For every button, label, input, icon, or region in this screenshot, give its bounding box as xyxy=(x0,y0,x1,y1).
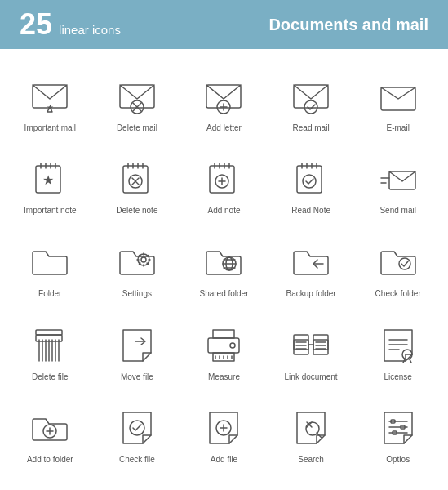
svg-point-46 xyxy=(141,257,146,262)
backup-folder-icon xyxy=(289,240,333,284)
icon-read-mail: Read mail xyxy=(268,62,355,145)
send-mail-icon xyxy=(376,157,420,201)
email-icon xyxy=(376,74,420,118)
delete-mail-label: Delete mail xyxy=(117,123,157,133)
shared-folder-icon xyxy=(202,240,246,284)
check-file-label: Check file xyxy=(119,455,155,465)
backup-folder-label: Backup folder xyxy=(286,289,336,299)
folder-label: Folder xyxy=(38,289,61,299)
icon-add-to-folder: Add to folder xyxy=(7,394,94,477)
icon-folder: Folder xyxy=(7,228,94,311)
link-document-icon xyxy=(289,323,333,368)
header-subtitle: linear icons xyxy=(59,23,121,37)
svg-line-97 xyxy=(410,359,411,363)
icon-delete-mail: Delete mail xyxy=(94,62,181,145)
add-note-label: Add note xyxy=(207,206,240,216)
important-note-label: Important note xyxy=(24,206,76,216)
settings-icon xyxy=(115,240,159,284)
measure-label: Measure xyxy=(208,372,240,382)
icon-add-letter: Add letter xyxy=(180,62,268,145)
check-folder-label: Check folder xyxy=(375,289,421,299)
icon-email: E-mail xyxy=(354,62,441,145)
add-to-folder-icon xyxy=(28,406,72,450)
add-file-label: Add file xyxy=(211,455,237,465)
delete-mail-icon xyxy=(115,74,159,118)
license-label: License xyxy=(384,372,411,382)
important-note-icon: ★ xyxy=(28,157,72,201)
email-label: E-mail xyxy=(387,123,410,133)
check-file-icon xyxy=(115,406,159,450)
icon-license: License xyxy=(354,311,441,394)
svg-text:★: ★ xyxy=(42,173,54,187)
icon-important-mail: ★ Important mail xyxy=(7,62,94,145)
add-file-icon xyxy=(202,406,246,450)
add-letter-icon xyxy=(202,74,246,118)
move-file-label: Move file xyxy=(121,372,153,382)
svg-rect-62 xyxy=(36,330,62,335)
settings-label: Settings xyxy=(122,289,152,299)
svg-point-61 xyxy=(399,258,410,270)
icon-search: Search xyxy=(268,394,355,477)
icon-link-document: Link document xyxy=(268,311,355,394)
svg-rect-73 xyxy=(213,330,234,338)
svg-line-54 xyxy=(139,263,140,264)
svg-point-12 xyxy=(304,100,317,114)
svg-rect-82 xyxy=(294,340,308,350)
icon-delete-file: Delete file xyxy=(7,311,94,394)
icon-read-note: Read Note xyxy=(268,145,355,229)
shared-folder-label: Shared folder xyxy=(199,289,248,299)
icon-check-file: Check file xyxy=(94,394,181,477)
svg-rect-81 xyxy=(294,335,308,354)
important-mail-icon: ★ xyxy=(28,74,72,118)
link-document-label: Link document xyxy=(285,372,338,382)
read-note-icon xyxy=(289,157,333,201)
search-label: Search xyxy=(298,455,324,465)
send-mail-label: Send mail xyxy=(379,206,415,216)
delete-note-label: Delete note xyxy=(116,206,157,216)
read-mail-icon xyxy=(289,74,333,118)
delete-file-label: Delete file xyxy=(32,372,68,382)
icon-important-note: ★ Important note xyxy=(7,145,94,229)
folder-icon xyxy=(28,240,72,284)
svg-text:★: ★ xyxy=(47,103,54,112)
delete-file-icon xyxy=(28,323,72,368)
icons-grid: ★ Important mail Delete mail xyxy=(0,49,448,490)
add-note-icon xyxy=(202,157,246,201)
icon-measure: Measure xyxy=(180,311,268,394)
header: 25 linear icons Documents and mail xyxy=(0,0,448,49)
svg-line-51 xyxy=(139,255,140,256)
icon-backup-folder: Backup folder xyxy=(268,228,355,311)
svg-rect-83 xyxy=(313,335,328,354)
delete-note-icon xyxy=(115,157,159,201)
read-note-label: Read Note xyxy=(291,206,330,216)
measure-icon xyxy=(202,323,246,368)
license-icon xyxy=(376,323,420,368)
icon-send-mail: Send mail xyxy=(354,145,441,229)
svg-rect-84 xyxy=(313,340,328,350)
icon-add-note: Add note xyxy=(180,145,268,229)
search-icon xyxy=(289,406,333,450)
options-icon xyxy=(376,406,420,450)
svg-line-53 xyxy=(147,255,148,256)
svg-line-52 xyxy=(147,263,148,264)
move-file-icon xyxy=(115,323,159,368)
add-to-folder-label: Add to folder xyxy=(27,455,73,465)
svg-point-80 xyxy=(230,343,235,348)
icon-shared-folder: Shared folder xyxy=(180,228,268,311)
add-letter-label: Add letter xyxy=(206,123,242,133)
icon-settings: Settings xyxy=(94,228,181,311)
icon-delete-note: Delete note xyxy=(94,145,181,229)
icon-add-file: Add file xyxy=(180,394,268,477)
header-title: Documents and mail xyxy=(268,16,428,34)
icon-options: Optios xyxy=(354,394,441,477)
svg-rect-40 xyxy=(297,166,322,193)
svg-point-41 xyxy=(303,175,316,188)
svg-line-96 xyxy=(403,359,405,363)
important-mail-label: Important mail xyxy=(24,123,76,133)
svg-rect-24 xyxy=(123,166,148,193)
options-label: Optios xyxy=(386,455,410,465)
icon-move-file: Move file xyxy=(94,311,181,394)
icon-check-folder: Check folder xyxy=(354,228,441,311)
read-mail-label: Read mail xyxy=(293,123,330,133)
check-folder-icon xyxy=(376,240,420,284)
